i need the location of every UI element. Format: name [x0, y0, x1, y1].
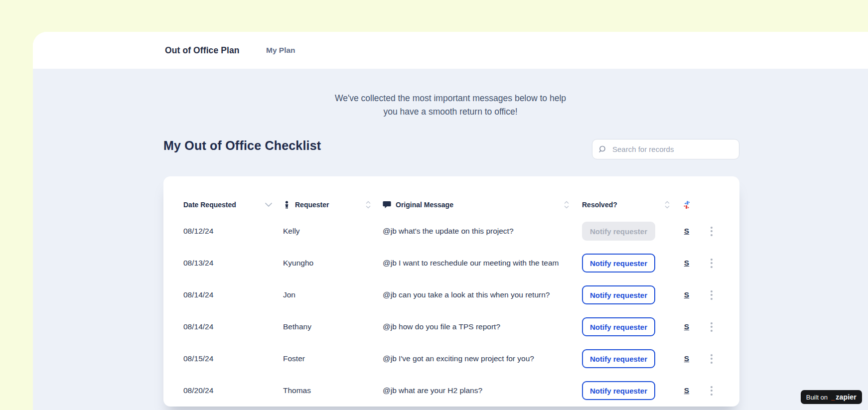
cell-date: 08/20/24: [183, 386, 213, 395]
chevron-down-icon: [265, 203, 272, 207]
zapier-logo-mark: _: [831, 394, 834, 401]
kebab-menu-icon[interactable]: [709, 384, 715, 398]
kebab-menu-icon[interactable]: [709, 288, 715, 302]
search-icon: [598, 145, 607, 154]
cell-date: 08/12/24: [183, 227, 213, 236]
page-title: My Out of Office Checklist: [163, 138, 321, 153]
app-nav: My Plan: [266, 46, 295, 55]
app-title: Out of Office Plan: [165, 45, 240, 56]
notify-requester-button[interactable]: Notify requester: [582, 254, 655, 273]
search-input[interactable]: [612, 145, 733, 153]
intro-line-2: you have a smooth return to office!: [33, 105, 868, 119]
cell-date: 08/15/24: [183, 354, 213, 363]
cell-date: 08/14/24: [183, 322, 213, 331]
kebab-menu-icon[interactable]: [709, 257, 715, 270]
cell-requester: Foster: [283, 354, 305, 363]
zapier-logo-text: zapier: [836, 393, 857, 401]
column-header-date-requested[interactable]: Date Requested: [183, 201, 283, 209]
column-header-resolved[interactable]: Resolved?: [572, 201, 672, 209]
kebab-menu-icon[interactable]: [709, 225, 715, 238]
intro-text: We've collected the most important messa…: [33, 92, 868, 119]
table-row: 08/13/24 Kyungho @jb I want to reschedul…: [183, 247, 723, 279]
column-header-link[interactable]: [672, 201, 702, 209]
table-row: 08/14/24 Bethany @jb how do you file a T…: [183, 311, 723, 343]
cell-date: 08/14/24: [183, 290, 213, 299]
nav-item-my-plan[interactable]: My Plan: [266, 46, 295, 55]
linked-field-icon: [683, 201, 690, 209]
kebab-menu-icon[interactable]: [709, 352, 715, 366]
cell-message: @jb what are your H2 plans?: [383, 386, 482, 395]
table-header-row: Date Requested Requester: [183, 194, 723, 215]
record-link[interactable]: S: [684, 227, 689, 236]
person-icon: [283, 201, 290, 209]
cell-requester: Thomas: [283, 386, 311, 395]
speech-bubble-icon: [383, 201, 391, 209]
cell-message: @jb what's the update on this project?: [383, 227, 514, 236]
table-row: 08/20/24 Thomas @jb what are your H2 pla…: [183, 375, 723, 407]
content-area: We've collected the most important messa…: [33, 69, 868, 410]
up-down-sort-icon: [564, 201, 569, 209]
record-link[interactable]: S: [684, 290, 689, 299]
intro-line-1: We've collected the most important messa…: [33, 92, 868, 105]
cell-requester: Kyungho: [283, 259, 313, 268]
notify-requester-button[interactable]: Notify requester: [582, 285, 655, 304]
notify-requester-button[interactable]: Notify requester: [582, 317, 655, 336]
cell-message: @jb can you take a look at this when you…: [383, 290, 550, 299]
record-link[interactable]: S: [684, 322, 689, 331]
table-row: 08/12/24 Kelly @jb what's the update on …: [183, 215, 723, 247]
built-on-zapier-badge[interactable]: Built on _ zapier: [801, 390, 862, 404]
cell-message: @jb I want to reschedule our meeting wit…: [383, 259, 559, 268]
cell-message: @jb how do you file a TPS report?: [383, 322, 500, 331]
record-link[interactable]: S: [684, 386, 689, 395]
cell-requester: Bethany: [283, 322, 311, 331]
notify-requester-button[interactable]: Notify requester: [582, 222, 655, 241]
column-header-original-message[interactable]: Original Message: [383, 201, 572, 209]
notify-requester-button[interactable]: Notify requester: [582, 381, 655, 400]
search-box[interactable]: [592, 139, 739, 159]
record-link[interactable]: S: [684, 354, 689, 363]
page: Out of Office Plan My Plan We've collect…: [0, 0, 868, 410]
notify-requester-button[interactable]: Notify requester: [582, 349, 655, 368]
column-header-requester[interactable]: Requester: [283, 201, 383, 209]
cell-requester: Jon: [283, 290, 295, 299]
record-link[interactable]: S: [684, 259, 689, 268]
app-header: Out of Office Plan My Plan: [33, 32, 868, 69]
table-row: 08/15/24 Foster @jb I've got an exciting…: [183, 343, 723, 375]
cell-message: @jb I've got an exciting new project for…: [383, 354, 534, 363]
table-row: 08/14/24 Jon @jb can you take a look at …: [183, 279, 723, 311]
up-down-sort-icon: [366, 201, 371, 209]
app-card: Out of Office Plan My Plan We've collect…: [33, 32, 868, 410]
cell-date: 08/13/24: [183, 259, 213, 268]
cell-requester: Kelly: [283, 227, 300, 236]
up-down-sort-icon: [665, 201, 670, 209]
checklist-table: Date Requested Requester: [163, 176, 739, 407]
badge-prefix: Built on: [806, 394, 828, 401]
kebab-menu-icon[interactable]: [709, 320, 715, 334]
